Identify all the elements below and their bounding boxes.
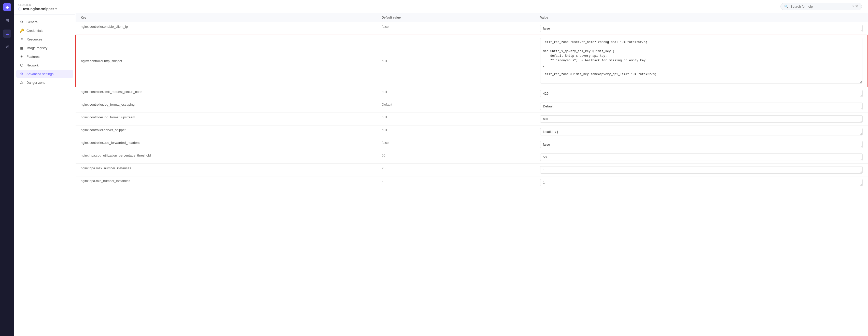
sidebar-item-label: Image registry (27, 46, 48, 50)
resources-icon: ≡ (19, 37, 24, 41)
sidebar-item-network[interactable]: ⬡ Network (16, 61, 73, 69)
value-cell[interactable]: ⊿ (535, 22, 868, 35)
value-cell[interactable]: ⊿ (535, 125, 868, 138)
sidebar-item-label: Credentials (27, 29, 43, 33)
main-content: 🔍 ✕ ⌘ Key Default value Value nginx.cont… (75, 0, 868, 336)
value-input[interactable] (540, 141, 863, 148)
sidebar-header: Cluster ⬡ test-nginx-snippet ▾ (14, 0, 75, 15)
close-x-icon[interactable]: ✕ (852, 5, 854, 8)
default-cell: null (377, 87, 535, 100)
table-row: nginx.controller.use_forwarded_headers f… (75, 138, 868, 151)
value-cell[interactable]: ⊿ (535, 113, 868, 125)
sidebar-item-features[interactable]: ✦ Features (16, 53, 73, 61)
sidebar-item-advanced-settings[interactable]: ⚙ Advanced settings (16, 70, 73, 78)
sidebar-item-danger-zone[interactable]: ⚠ Danger zone (16, 79, 73, 87)
value-input-wrapper: ⊿ (540, 102, 863, 110)
table-row: nginx.hpa.cpu_utilization_percentage_thr… (75, 151, 868, 164)
settings-table-container: Key Default value Value nginx.controller… (75, 13, 868, 336)
resize-icon: ⊿ (860, 120, 862, 122)
value-input[interactable] (540, 115, 863, 123)
cluster-name: ⬡ test-nginx-snippet ▾ (18, 7, 71, 11)
advanced-settings-icon: ⚙ (19, 72, 24, 76)
value-cell[interactable]: ⊿ (535, 138, 868, 151)
key-cell: nginx.controller.enable_client_ip (75, 22, 377, 35)
sidebar-item-resources[interactable]: ≡ Resources (16, 35, 73, 43)
resize-icon: ⊿ (860, 184, 862, 186)
search-icon: 🔍 (784, 5, 788, 8)
layers-nav-icon[interactable]: ⊞ (3, 16, 11, 25)
sidebar-item-label: Features (27, 55, 39, 59)
table-row: nginx.controller.enable_client_ip false … (75, 22, 868, 35)
key-cell: nginx.controller.log_format_escaping (75, 100, 377, 113)
value-input[interactable] (540, 90, 863, 97)
topbar: 🔍 ✕ ⌘ (75, 0, 868, 13)
search-bar[interactable]: 🔍 ✕ ⌘ (780, 3, 862, 10)
value-input[interactable] (540, 128, 863, 135)
value-input-wrapper: ⊿ (540, 179, 863, 186)
sidebar-item-credentials[interactable]: 🔑 Credentials (16, 27, 73, 35)
resize-handle-icon: ⊿ (860, 81, 862, 84)
general-icon: ⚙ (19, 20, 24, 24)
value-cell[interactable]: limit_req_zone "$server_name" zone=globa… (535, 35, 868, 87)
resize-icon: ⊿ (860, 171, 862, 173)
textarea-wrapper: limit_req_zone "$server_name" zone=globa… (540, 38, 862, 84)
sidebar: Cluster ⬡ test-nginx-snippet ▾ ⚙ General… (14, 0, 75, 336)
value-input[interactable] (540, 179, 863, 186)
http-snippet-textarea[interactable]: limit_req_zone "$server_name" zone=globa… (540, 38, 862, 84)
value-cell[interactable]: ⊿ (535, 100, 868, 113)
sidebar-item-label: General (27, 20, 38, 24)
value-input-wrapper: ⊿ (540, 128, 863, 135)
history-nav-icon[interactable]: ↺ (3, 43, 11, 51)
image-registry-icon: ▦ (19, 46, 24, 50)
cluster-label: Cluster (18, 4, 71, 6)
sidebar-item-label: Danger zone (27, 81, 45, 85)
table-row: nginx.controller.log_format_escaping Def… (75, 100, 868, 113)
value-cell[interactable]: ⊿ (535, 176, 868, 189)
value-input[interactable] (540, 166, 863, 174)
default-cell: 50 (377, 151, 535, 164)
key-cell: nginx.controller.limit_request_status_co… (75, 87, 377, 100)
value-input[interactable] (540, 102, 863, 110)
value-cell[interactable]: ⊿ (535, 87, 868, 100)
col-header-value: Value (535, 13, 868, 22)
table-row: nginx.hpa.max_number_instances 25 ⊿ (75, 164, 868, 176)
sidebar-item-label: Advanced settings (27, 72, 54, 76)
resize-icon: ⊿ (860, 94, 862, 97)
col-header-default: Default value (377, 13, 535, 22)
sidebar-item-image-registry[interactable]: ▦ Image registry (16, 44, 73, 52)
default-cell: null (377, 35, 535, 87)
sidebar-item-general[interactable]: ⚙ General (16, 18, 73, 26)
table-header-row: Key Default value Value (75, 13, 868, 22)
value-cell[interactable]: ⊿ (535, 164, 868, 176)
value-input-wrapper: ⊿ (540, 115, 863, 123)
key-cell: nginx.controller.server_snippet (75, 125, 377, 138)
sidebar-item-label: Resources (27, 37, 42, 41)
value-cell[interactable]: ⊿ (535, 151, 868, 164)
app-logo[interactable]: ◈ (3, 3, 11, 11)
value-input[interactable] (540, 153, 863, 161)
cloud-nav-icon[interactable]: ☁ (3, 30, 11, 38)
key-cell: nginx.hpa.cpu_utilization_percentage_thr… (75, 151, 377, 164)
value-input-wrapper: ⊿ (540, 25, 863, 32)
chevron-down-icon[interactable]: ▾ (55, 7, 57, 11)
value-input-wrapper: ⊿ (540, 141, 863, 148)
default-cell: null (377, 125, 535, 138)
table-row: nginx.controller.limit_request_status_co… (75, 87, 868, 100)
table-row: nginx.hpa.min_number_instances 2 ⊿ (75, 176, 868, 189)
value-input[interactable] (540, 25, 863, 32)
table-row: nginx.controller.server_snippet null ⊿ (75, 125, 868, 138)
default-cell: Default (377, 100, 535, 113)
value-input-wrapper: ⊿ (540, 166, 863, 174)
key-cell: nginx.controller.log_format_upstream (75, 113, 377, 125)
network-icon: ⬡ (19, 63, 24, 67)
search-input[interactable] (790, 5, 850, 8)
key-cell: nginx.hpa.min_number_instances (75, 176, 377, 189)
col-header-key: Key (75, 13, 377, 22)
value-input-wrapper: ⊿ (540, 153, 863, 161)
resize-icon: ⊿ (860, 133, 862, 135)
sidebar-item-label: Network (27, 63, 39, 67)
search-clear-buttons: ✕ ⌘ (852, 5, 858, 8)
default-cell: 2 (377, 176, 535, 189)
cluster-icon: ⬡ (18, 7, 21, 11)
danger-zone-icon: ⚠ (19, 81, 24, 85)
